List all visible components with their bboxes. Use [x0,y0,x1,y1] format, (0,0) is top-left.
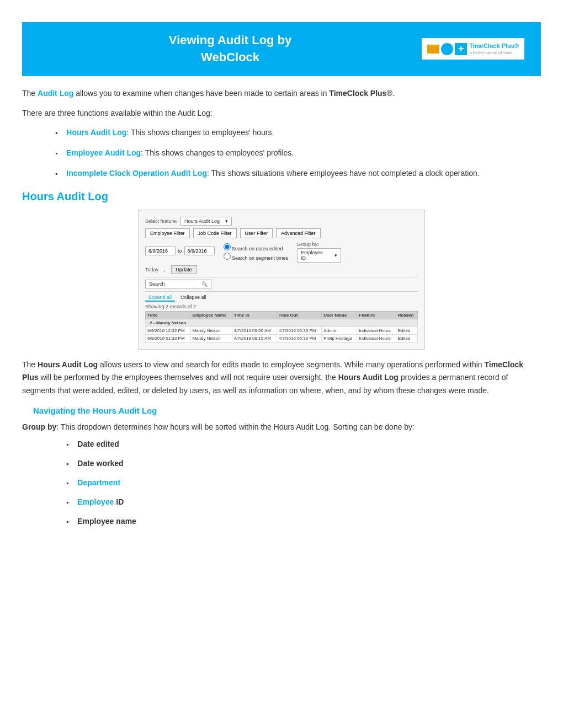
col-reason: Reason [396,312,417,319]
table-row: 6/9/2016 12:32 PM Mandy Nelson 4/7/2016 … [146,327,418,335]
list-item-employee: Employee Audit Log: This shows changes t… [55,147,541,159]
hours-description-para: The Hours Audit Log allows users to view… [22,358,541,397]
sort-option-employee-id: Employee ID [66,496,541,508]
divider-1 [145,277,418,277]
job-code-filter-btn[interactable]: Job Code Filter [193,228,237,238]
expand-all-tab[interactable]: Expand all [145,294,175,302]
col-user-name: User Name [322,312,357,319]
col-feature: Feature [357,312,396,319]
group-by-select[interactable]: Employee ID ▾ [297,248,341,263]
cell-time: 6/9/2016 01:32 PM [146,335,191,342]
page-header: Viewing Audit Log by WebClock + TimeCloc… [22,22,541,76]
logo-box: + TimeClock Plus® a better sense of time… [422,38,524,60]
col-employee-name: Employee Name [190,312,232,319]
group-by-label: Group by [22,422,56,431]
table-header-row: Time Employee Name Time In Time Out User… [146,312,418,319]
group-by-description: Group by: This dropdown determines how h… [22,421,541,433]
sort-option-employee-name: Employee name [66,516,541,527]
col-time: Time [146,312,191,319]
expand-collapse-tabs: Expand all Collapse all [145,294,418,302]
sort-option-department: Department [66,477,541,489]
user-filter-btn[interactable]: User Filter [240,228,273,238]
logo-text: TimeClock Plus® a better sense of time. [469,42,519,55]
group-label: · 2 - Mandy Nelson [146,319,418,327]
hours-audit-log-link[interactable]: Hours Audit Log [66,128,126,137]
date-controls-row: to Search on dates edited Search on segm… [145,242,418,263]
department-link[interactable]: Department [77,477,120,489]
cell-employee: Mandy Nelson [190,335,232,342]
sort-option-date-edited: Date edited [66,438,541,450]
cell-time-out: 4/7/2016 05:30 PM [277,327,322,335]
envelope-icon [427,45,439,53]
table-row: 6/9/2016 01:32 PM Mandy Nelson 4/7/2016 … [146,335,418,342]
hours-audit-log-heading: Hours Audit Log [22,190,541,203]
logo-icons: + [427,43,467,55]
sort-options-list: Date edited Date worked Department Emplo… [66,438,541,527]
radio-dates-edited[interactable]: Search on dates edited [224,243,289,251]
cell-time-in: 4/7/2016 09:00 AM [232,327,277,335]
cell-time: 6/9/2016 12:32 PM [146,327,191,335]
clock-icon [441,43,453,55]
filter-buttons-row: Employee Filter Job Code Filter User Fil… [145,228,418,238]
cell-reason: Edited [396,335,417,342]
collapse-all-tab[interactable]: Collapse all [177,294,210,302]
cell-employee: Mandy Nelson [190,327,232,335]
date-from-input[interactable] [145,247,176,255]
search-row: Search 🔍 [145,280,418,288]
audit-log-table: Time Employee Name Time In Time Out User… [145,311,418,342]
cell-feature: Individual Hours [357,327,396,335]
list-item-incomplete: Incomplete Clock Operation Audit Log: Th… [55,168,541,179]
cell-time-in: 4/7/2016 09:15 AM [232,335,277,342]
content-area: The Audit Log allows you to examine when… [0,76,563,557]
cell-user: Philip Hostage [322,335,357,342]
update-btn[interactable]: Update [171,265,197,274]
divider-2 [145,291,418,292]
brand-name: TimeClock Plus® [329,89,392,98]
col-time-out: Time Out [277,312,322,319]
advanced-filter-btn[interactable]: Advanced Filter [276,228,321,238]
header-title: Viewing Audit Log by WebClock [39,32,422,66]
hours-audit-log-screenshot: Select feature: Hours Audit Log ▾ Employ… [138,210,425,350]
col-time-in: Time In [232,312,277,319]
feature-select[interactable]: Hours Audit Log ▾ [180,217,232,226]
employee-audit-log-link[interactable]: Employee Audit Log [66,148,141,157]
navigating-subheading: Navigating the Hours Audit Log [33,406,541,415]
intro-paragraph-1: The Audit Log allows you to examine when… [22,87,541,99]
cell-user: Admin [322,327,357,335]
date-to-input[interactable] [184,247,215,255]
sort-option-date-worked: Date worked [66,458,541,469]
search-bar[interactable]: Search 🔍 [145,280,211,288]
record-count: Showing 2 records of 2 [145,304,418,309]
select-feature-row: Select feature: Hours Audit Log ▾ [145,217,418,226]
functions-list: Hours Audit Log: This shows changes to e… [55,127,541,179]
employee-link[interactable]: Employee [77,497,114,506]
incomplete-audit-log-link[interactable]: Incomplete Clock Operation Audit Log [66,169,207,178]
radio-segment-times[interactable]: Search on segment times [224,253,289,261]
audit-log-link[interactable]: Audit Log [38,89,73,98]
plus-icon: + [455,43,467,55]
today-label: Today [145,267,158,272]
select-feature-label: Select feature: [145,218,177,224]
search-radio-group: Search on dates edited Search on segment… [224,243,289,261]
cell-reason: Edited [396,327,417,335]
today-update-row: Today , Update [145,265,418,274]
intro-paragraph-2: There are three functions available with… [22,107,541,119]
group-row: · 2 - Mandy Nelson [146,319,418,327]
cell-feature: Individual Hours [357,335,396,342]
cell-time-out: 4/7/2016 05:30 PM [277,335,322,342]
group-by-control: Group by: Employee ID ▾ [297,242,341,263]
date-range: to [145,247,215,255]
search-icon: 🔍 [201,281,208,287]
employee-filter-btn[interactable]: Employee Filter [145,228,190,238]
list-item-hours: Hours Audit Log: This shows changes to e… [55,127,541,138]
